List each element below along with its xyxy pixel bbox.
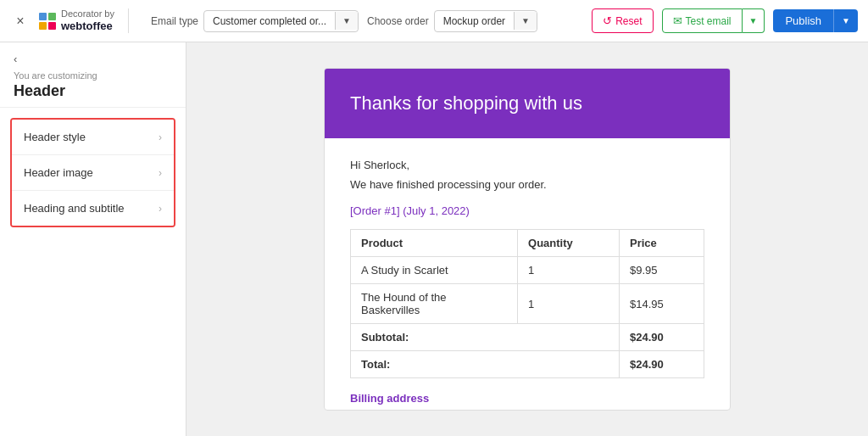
email-message: We have finished processing your order. bbox=[350, 178, 704, 191]
sidebar-item-label: Heading and subtitle bbox=[24, 202, 125, 215]
chevron-icon: › bbox=[159, 203, 162, 215]
col-price: Price bbox=[620, 230, 704, 257]
choose-order-arrow[interactable]: ▼ bbox=[514, 12, 537, 30]
sidebar-item-header-image[interactable]: Header image › bbox=[12, 155, 174, 191]
order-table: Product Quantity Price A Study in Scarle… bbox=[350, 229, 704, 378]
test-email-icon: ✉ bbox=[673, 14, 682, 27]
toolbar: × Decorator by webtoffee Email type Cust… bbox=[0, 0, 868, 42]
email-type-value[interactable]: Customer completed or... bbox=[204, 11, 335, 31]
chevron-icon: › bbox=[159, 131, 162, 143]
chevron-icon: › bbox=[159, 167, 162, 179]
sidebar-item-label: Header style bbox=[24, 131, 86, 143]
test-email-dropdown-button[interactable]: ▼ bbox=[743, 8, 765, 33]
product-name: The Hound of theBaskervilles bbox=[351, 284, 518, 324]
publish-group: Publish ▼ bbox=[773, 9, 858, 32]
brand-text: Decorator by webtoffee bbox=[61, 8, 114, 33]
brand: Decorator by webtoffee bbox=[39, 8, 129, 33]
product-price: $9.95 bbox=[620, 257, 704, 284]
email-preview: Thanks for shopping with us Hi Sherlock,… bbox=[324, 68, 731, 411]
test-email-group: ✉ Test email ▼ bbox=[662, 8, 765, 33]
logo-green-sq bbox=[48, 13, 56, 20]
email-type-select[interactable]: Customer completed or... ▼ bbox=[203, 10, 359, 32]
logo-yellow-sq bbox=[39, 22, 47, 30]
email-greeting: Hi Sherlock, bbox=[350, 159, 704, 171]
total-label: Total: bbox=[351, 351, 620, 378]
sidebar: ‹ You are customizing Header Header styl… bbox=[0, 42, 186, 436]
subtotal-row: Subtotal: $24.90 bbox=[351, 324, 704, 351]
brand-logo bbox=[39, 13, 56, 30]
total-row: Total: $24.90 bbox=[351, 351, 704, 378]
total-value: $24.90 bbox=[620, 351, 704, 378]
test-email-button[interactable]: ✉ Test email bbox=[662, 8, 743, 33]
sidebar-customizing-label: You are customizing bbox=[14, 70, 172, 81]
sidebar-header: ‹ You are customizing Header bbox=[0, 42, 186, 108]
reset-label: Reset bbox=[615, 15, 642, 27]
sidebar-menu: Header style › Header image › Heading an… bbox=[10, 118, 175, 227]
back-icon: ‹ bbox=[14, 53, 17, 65]
test-email-label: Test email bbox=[686, 15, 732, 27]
col-product: Product bbox=[351, 230, 518, 257]
main-layout: ‹ You are customizing Header Header styl… bbox=[0, 42, 868, 436]
product-qty: 1 bbox=[518, 284, 620, 324]
choose-order-select[interactable]: Mockup order ▼ bbox=[434, 10, 537, 32]
product-name: A Study in Scarlet bbox=[351, 257, 518, 284]
brand-name: webtoffee bbox=[61, 20, 114, 33]
logo-red-sq bbox=[48, 22, 56, 30]
email-type-group: Email type Customer completed or... ▼ bbox=[151, 10, 359, 32]
email-type-label: Email type bbox=[151, 15, 198, 27]
email-body: Hi Sherlock, We have finished processing… bbox=[325, 138, 730, 411]
subtotal-value: $24.90 bbox=[620, 324, 704, 351]
logo-blue-sq bbox=[39, 13, 47, 20]
billing-address-heading: Billing address bbox=[350, 392, 704, 405]
choose-order-label: Choose order bbox=[367, 15, 429, 27]
order-link[interactable]: [Order #1] (July 1, 2022) bbox=[350, 204, 704, 217]
reset-icon: ↺ bbox=[603, 14, 612, 27]
sidebar-back-button[interactable]: ‹ bbox=[14, 53, 172, 65]
sidebar-item-header-style[interactable]: Header style › bbox=[12, 120, 174, 155]
email-header-title: Thanks for shopping with us bbox=[350, 92, 704, 115]
sidebar-item-label: Header image bbox=[24, 166, 93, 179]
publish-button[interactable]: Publish bbox=[773, 9, 833, 32]
choose-order-value[interactable]: Mockup order bbox=[435, 11, 514, 31]
table-row: A Study in Scarlet 1 $9.95 bbox=[351, 257, 704, 284]
sidebar-item-heading-subtitle[interactable]: Heading and subtitle › bbox=[12, 191, 174, 226]
col-quantity: Quantity bbox=[518, 230, 620, 257]
email-type-arrow[interactable]: ▼ bbox=[335, 12, 358, 30]
content-area: Thanks for shopping with us Hi Sherlock,… bbox=[186, 42, 868, 436]
sidebar-section-title: Header bbox=[14, 82, 172, 100]
subtotal-label: Subtotal: bbox=[351, 324, 620, 351]
publish-dropdown-button[interactable]: ▼ bbox=[833, 9, 858, 32]
product-qty: 1 bbox=[518, 257, 620, 284]
brand-subtitle: Decorator by bbox=[61, 8, 114, 20]
reset-button[interactable]: ↺ Reset bbox=[592, 8, 653, 33]
choose-order-group: Choose order Mockup order ▼ bbox=[367, 10, 537, 32]
close-button[interactable]: × bbox=[10, 11, 31, 31]
table-row: The Hound of theBaskervilles 1 $14.95 bbox=[351, 284, 704, 324]
email-header: Thanks for shopping with us bbox=[325, 69, 730, 138]
product-price: $14.95 bbox=[620, 284, 704, 324]
